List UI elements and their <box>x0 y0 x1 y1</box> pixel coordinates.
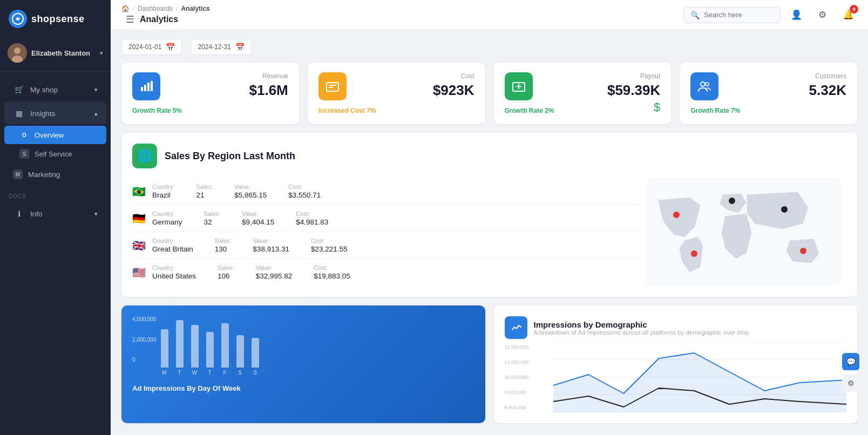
page-header: 2024-01-01 📅 2024-12-31 📅 <box>121 39 857 55</box>
calendar-icon2: 📅 <box>235 43 245 51</box>
region-row-us: 🇺🇸 Country: United States Sales: 106 <box>132 259 641 286</box>
section-header: 🌐 Sales By Region Last Month <box>132 144 846 168</box>
bar-label-T1: T <box>178 370 181 376</box>
chat-button[interactable]: 💬 <box>842 353 859 370</box>
sidebar-item-label: My shop <box>30 86 89 94</box>
y-9m: 9,000,000 <box>505 390 548 395</box>
bar-thu <box>206 332 214 368</box>
germany-flag: 🇩🇪 <box>132 212 146 225</box>
sidebar-item-insights[interactable]: ▦ Insights ▴ <box>4 102 106 125</box>
bar-label-T2: T <box>208 370 211 376</box>
bar-label-W: W <box>192 370 197 376</box>
y-8m: 8,000,000 <box>505 405 548 410</box>
calendar-icon: 📅 <box>166 43 175 51</box>
customers-footer: Growth Rate 7% <box>690 107 846 114</box>
chevron-up-icon: ▴ <box>94 110 98 117</box>
overview-label: Overview <box>35 131 64 139</box>
gb-flag: 🇬🇧 <box>132 239 146 252</box>
y-11m: 11,000,000 <box>505 359 548 365</box>
svg-point-17 <box>673 212 680 218</box>
overview-badge: O <box>19 130 29 140</box>
breadcrumb: 🏠 / Dashboards / Analytics <box>121 5 210 12</box>
svg-point-2 <box>14 47 21 54</box>
germany-country: Germany <box>152 218 182 226</box>
bar-fri <box>221 323 229 368</box>
sidebar-item-my-shop[interactable]: 🛒 My shop ▾ <box>4 78 106 101</box>
gb-sales: 130 <box>215 245 232 253</box>
bar-T2: T <box>206 332 214 376</box>
notification-badge: 9 <box>850 5 858 13</box>
sidebar-item-self-service[interactable]: S Self Service <box>4 145 106 163</box>
gb-cost: $23,221.55 <box>311 245 348 253</box>
cost-label: Cost <box>461 72 474 80</box>
y-label-4m: 4,000,000 <box>132 316 157 322</box>
topbar-title-row: ☰ Analytics <box>121 13 210 25</box>
breadcrumb-dashboards[interactable]: Dashboards <box>138 5 173 12</box>
ad-impressions-chart: 4,000,000 2,000,000 0 M T <box>121 305 485 423</box>
svg-point-15 <box>691 250 697 257</box>
us-value: $32,995.82 <box>256 272 293 280</box>
insights-icon: ▦ <box>13 107 25 119</box>
revenue-label: Revenue <box>262 72 288 80</box>
chevron-down-icon: ▾ <box>94 210 98 218</box>
gb-country: Great Britain <box>152 245 193 253</box>
breadcrumb-home-icon: 🏠 <box>121 5 130 12</box>
brazil-sales: 21 <box>196 191 213 199</box>
us-cost: $19,883.05 <box>314 272 350 280</box>
section-title: Sales By Region Last Month <box>165 151 295 162</box>
line-chart-svg-container <box>553 342 847 412</box>
svg-rect-10 <box>329 87 333 88</box>
svg-rect-4 <box>141 87 143 91</box>
notifications-button[interactable]: 🔔 9 <box>839 6 857 24</box>
impressions-icon <box>505 316 527 339</box>
bar-S1: S <box>236 335 244 376</box>
brazil-data: Country: Brazil Sales: 21 Value: $5,865.… <box>152 183 641 199</box>
payout-footer: Growth Rate 2% <box>505 107 661 114</box>
sidebar-item-info[interactable]: ℹ Info ▾ <box>4 202 106 225</box>
customers-label: Customers <box>815 72 846 80</box>
brazil-country: Brazil <box>152 191 175 199</box>
settings-float-button[interactable]: ⚙ <box>842 375 859 392</box>
docs-section-label: DOCS <box>0 186 111 201</box>
topbar: 🏠 / Dashboards / Analytics ☰ Analytics 🔍… <box>111 0 868 30</box>
germany-sales: 32 <box>204 218 221 226</box>
bar-W: W <box>191 325 199 376</box>
impressions-title: Impressions by Demographic <box>534 320 749 329</box>
sidebar-item-marketing[interactable]: M Marketing <box>4 164 106 185</box>
cost-footer: Increased Cost 7% <box>318 107 474 114</box>
menu-icon[interactable]: ☰ <box>126 13 134 25</box>
search-input[interactable] <box>704 11 769 19</box>
region-icon: 🌐 <box>132 144 157 168</box>
sidebar-item-overview[interactable]: O Overview <box>4 126 106 144</box>
sidebar-logo: shopsense <box>0 0 111 38</box>
brazil-cost: $3,550.71 <box>288 191 321 199</box>
stat-card-cost: Cost $923K Increased Cost 7% <box>308 63 485 124</box>
topbar-actions: 👤 ⚙ 🔔 9 <box>787 6 857 24</box>
sidebar-user[interactable]: Elizabeth Stanton ▾ <box>0 38 111 72</box>
cost-value: $923K <box>433 82 474 99</box>
profile-button[interactable]: 👤 <box>787 6 805 24</box>
impressions-text: Impressions by Demographic A breakdown o… <box>534 320 749 336</box>
payout-icon <box>505 72 533 100</box>
revenue-value: $1.6M <box>249 82 288 99</box>
world-map <box>641 178 846 286</box>
revenue-footer: Growth Rate 5% <box>132 107 288 114</box>
bar-label-F: F <box>223 370 226 376</box>
country-label: Country: <box>152 183 175 190</box>
start-date-picker[interactable]: 2024-01-01 📅 <box>121 39 182 55</box>
us-flag: 🇺🇸 <box>132 266 146 279</box>
us-sales: 106 <box>218 272 234 280</box>
us-data: Country: United States Sales: 106 Value:… <box>152 264 641 280</box>
settings-button[interactable]: ⚙ <box>813 6 831 24</box>
chevron-down-icon: ▾ <box>94 86 98 93</box>
bar-T1: T <box>176 320 184 376</box>
region-data-col: 🇧🇷 Country: Brazil Sales: 21 V <box>132 178 641 286</box>
search-box[interactable]: 🔍 <box>683 7 781 23</box>
breadcrumb-current: Analytics <box>181 5 209 12</box>
end-date-picker[interactable]: 2024-12-31 📅 <box>191 39 251 55</box>
impressions-subtitle: A breakdown of Ad Impressions across all… <box>534 329 749 336</box>
breadcrumb-sep2: / <box>176 5 178 12</box>
bar-sat <box>236 335 244 368</box>
user-name: Elizabeth Stanton <box>31 49 96 57</box>
info-icon: ℹ <box>13 208 25 220</box>
